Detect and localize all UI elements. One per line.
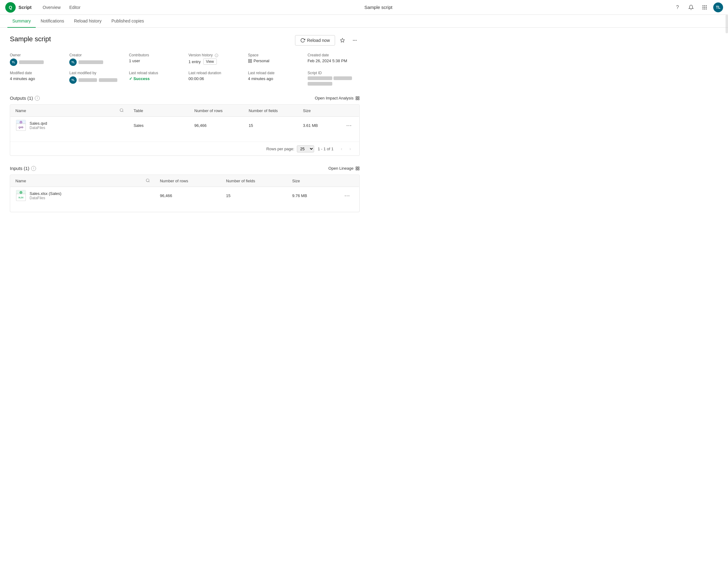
last-modified-name-blurred xyxy=(79,78,97,82)
svg-rect-8 xyxy=(702,8,703,9)
inputs-file-path: DataFiles xyxy=(30,196,61,200)
svg-point-26 xyxy=(120,109,123,111)
version-view-link[interactable]: View xyxy=(203,59,217,65)
meta-creator: Creator TL xyxy=(69,53,121,66)
outputs-thead: Name Table Number of rows Number of fiel… xyxy=(10,105,359,117)
last-modified-by-row: TL xyxy=(69,76,121,84)
more-icon xyxy=(352,38,357,43)
meta-contributors-label: Contributors xyxy=(129,53,181,57)
owner-name-blurred xyxy=(19,60,44,64)
meta-reload-duration: Last reload duration 00:00:06 xyxy=(188,71,241,86)
svg-rect-21 xyxy=(249,61,250,63)
svg-rect-20 xyxy=(250,61,252,63)
outputs-info-icon[interactable]: i xyxy=(35,96,40,101)
inputs-title: Inputs (1) i xyxy=(10,166,36,171)
impact-analysis-icon xyxy=(355,96,360,100)
inputs-name-cell: XLSX X Sales.xlsx (Sales) DataFiles xyxy=(10,187,155,204)
xlsx-file-icon: XLSX X xyxy=(15,190,26,201)
tab-notifications[interactable]: Notifications xyxy=(36,15,69,28)
meta-space-label: Space xyxy=(248,53,300,57)
pagination-prev-button[interactable]: ‹ xyxy=(337,144,346,153)
qlik-logo-icon[interactable]: Q xyxy=(5,2,16,13)
lineage-icon xyxy=(355,166,360,171)
pagination-next-button[interactable]: › xyxy=(346,144,354,153)
reload-duration-value: 00:00:06 xyxy=(188,76,241,81)
outputs-table-cell: Sales xyxy=(129,117,189,134)
notifications-button[interactable] xyxy=(686,2,696,12)
inputs-more-cell: ⋯ xyxy=(337,187,359,204)
nav-editor[interactable]: Editor xyxy=(66,3,84,12)
inputs-info-icon[interactable]: i xyxy=(31,166,36,171)
help-button[interactable]: ? xyxy=(673,2,682,12)
rows-per-page-select[interactable]: 25 50 100 xyxy=(297,145,314,152)
open-impact-button[interactable]: Open Impact Analysis xyxy=(315,96,360,100)
meta-owner-row: TL xyxy=(10,59,62,66)
main-content: Sample script Reload now xyxy=(0,28,370,229)
svg-rect-7 xyxy=(706,7,707,8)
outputs-fields-cell: 15 xyxy=(244,117,298,134)
script-id-blurred xyxy=(308,76,332,80)
grid-button[interactable] xyxy=(700,2,710,12)
inputs-name-search-icon[interactable] xyxy=(146,178,150,184)
inputs-section-header: Inputs (1) i Open Lineage xyxy=(10,166,360,171)
last-modified-avatar: TL xyxy=(69,76,77,84)
outputs-row-more-button[interactable]: ⋯ xyxy=(344,121,354,130)
meta-owner: Owner TL xyxy=(10,53,62,66)
svg-marker-11 xyxy=(340,38,344,42)
meta-modified-date: Modified date 4 minutes ago xyxy=(10,71,62,86)
svg-rect-19 xyxy=(250,59,252,60)
qvd-file-icon: QVD Q xyxy=(15,120,26,131)
reload-date-value: 4 minutes ago xyxy=(248,76,300,81)
star-button[interactable] xyxy=(338,35,347,45)
meta-script-id: Script ID xyxy=(308,71,360,86)
tab-published-copies[interactable]: Published copies xyxy=(107,15,149,28)
tab-summary[interactable]: Summary xyxy=(7,15,36,28)
reload-now-button[interactable]: Reload now xyxy=(295,35,335,46)
meta-contributors: Contributors 1 user xyxy=(129,53,181,66)
script-id-blurred3 xyxy=(308,82,332,86)
version-value: 1 entry xyxy=(188,59,201,64)
outputs-size-cell: 3.61 MB xyxy=(298,117,339,134)
svg-rect-2 xyxy=(702,5,703,6)
inputs-tbody: XLSX X Sales.xlsx (Sales) DataFiles 96,4… xyxy=(10,187,359,204)
outputs-file-cell: QVD Q Sales.qvd DataFiles xyxy=(15,120,124,131)
outputs-table: Name Table Number of rows Number of fiel… xyxy=(10,105,359,134)
inputs-col-size: Size xyxy=(287,175,337,187)
svg-point-12 xyxy=(353,40,354,41)
top-nav: Q Script Overview Editor Sample script ?… xyxy=(0,0,728,15)
inputs-col-actions xyxy=(337,175,359,187)
open-lineage-button[interactable]: Open Lineage xyxy=(328,166,360,171)
outputs-rows-cell: 96,466 xyxy=(189,117,244,134)
svg-text:XLSX: XLSX xyxy=(18,196,24,199)
nav-overview[interactable]: Overview xyxy=(39,3,64,12)
svg-rect-9 xyxy=(704,8,705,9)
more-options-button[interactable] xyxy=(350,35,360,45)
svg-rect-22 xyxy=(356,96,357,98)
svg-rect-10 xyxy=(706,8,707,9)
inputs-file-name: Sales.xlsx (Sales) xyxy=(30,191,61,196)
meta-last-modified-label: Last modified by xyxy=(69,71,121,75)
meta-last-modified-by: Last modified by TL xyxy=(69,71,121,86)
svg-line-27 xyxy=(122,111,123,112)
scrollbar[interactable] xyxy=(726,15,728,33)
inputs-fields-cell: 15 xyxy=(221,187,287,204)
outputs-col-size: Size xyxy=(298,105,339,117)
star-icon xyxy=(340,38,345,43)
inputs-row-more-button[interactable]: ⋯ xyxy=(342,191,352,200)
inputs-table-wrapper: Name Number of rows Number of fields Siz… xyxy=(10,175,360,212)
name-search-icon[interactable] xyxy=(119,108,124,113)
creator-avatar: TL xyxy=(69,59,77,66)
user-avatar[interactable]: TL xyxy=(713,2,723,12)
inputs-col-name: Name xyxy=(10,175,155,187)
space-value-row: Personal xyxy=(248,59,300,63)
table-row: QVD Q Sales.qvd DataFiles Sales xyxy=(10,117,359,134)
page-title: Sample script xyxy=(84,5,673,10)
meta-created-label: Created date xyxy=(308,53,360,57)
script-id-blurred2 xyxy=(334,76,352,80)
rows-per-page-label: Rows per page: xyxy=(266,147,294,151)
inputs-file-cell: XLSX X Sales.xlsx (Sales) DataFiles xyxy=(15,190,150,201)
nav-links: Overview Editor xyxy=(39,3,84,12)
tab-reload-history[interactable]: Reload history xyxy=(69,15,107,28)
svg-rect-5 xyxy=(702,7,703,8)
script-header: Sample script Reload now xyxy=(10,35,360,46)
